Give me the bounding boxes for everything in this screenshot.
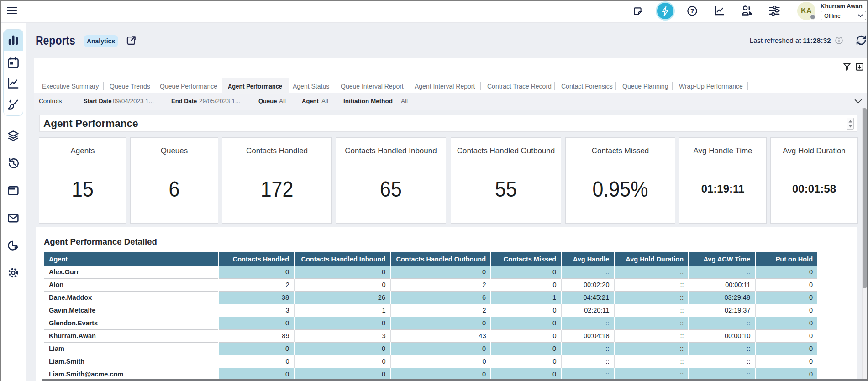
svg-text:?: ? [690,7,694,15]
